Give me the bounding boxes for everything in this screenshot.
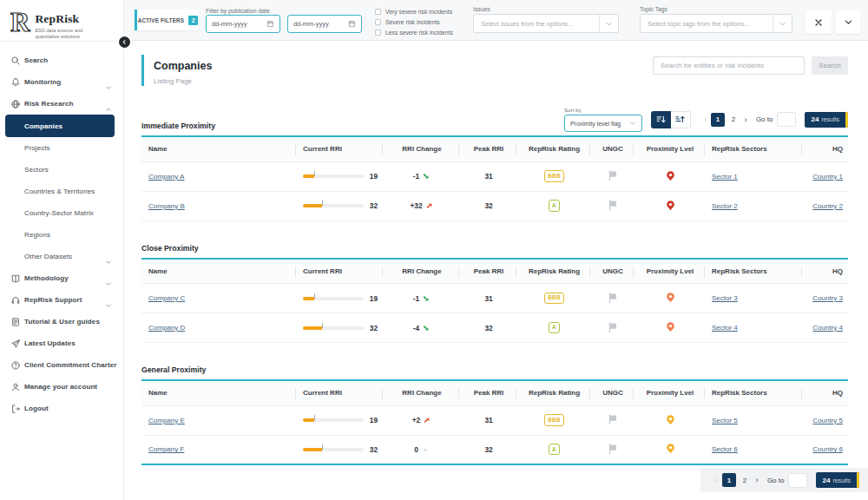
country-link[interactable]: Country 1 xyxy=(812,173,843,181)
col-name[interactable]: Name xyxy=(141,380,296,405)
collapse-filters-button[interactable] xyxy=(836,10,860,34)
sort-by-label: Sort by xyxy=(564,107,642,113)
country-link[interactable]: Country 2 xyxy=(812,202,843,210)
col-rri-change[interactable]: RRI Change xyxy=(383,259,459,284)
info-icon xyxy=(10,359,21,371)
next-page-button[interactable]: › xyxy=(753,476,761,484)
col-hq[interactable]: HQ xyxy=(802,259,848,284)
user-icon xyxy=(10,381,21,392)
severity-option-very-severe[interactable]: Very severe risk incidents xyxy=(375,7,453,16)
goto-page-input[interactable] xyxy=(788,473,807,488)
col-ungc[interactable]: UNGC xyxy=(590,380,634,405)
sidebar-item-search[interactable]: Search xyxy=(0,49,123,71)
col-current-rri[interactable]: Current RRI xyxy=(296,136,383,161)
col-hq[interactable]: HQ xyxy=(802,136,848,161)
ungc-flag-icon xyxy=(607,199,619,211)
page-1-button[interactable]: 1 xyxy=(722,473,736,487)
sidebar-item-methodology[interactable]: Methodology xyxy=(0,267,123,289)
clear-filters-button[interactable] xyxy=(806,10,832,34)
col-proximity-level[interactable]: Proximity Lvel xyxy=(634,259,705,284)
next-page-button[interactable]: › xyxy=(741,115,750,124)
issues-select[interactable]: Select issues from the options... xyxy=(473,14,619,33)
sidebar-item-other-datasets[interactable]: Other Datasets xyxy=(0,246,123,267)
sector-link[interactable]: Sector 4 xyxy=(712,324,738,332)
sidebar-item-risk-research[interactable]: Risk Research xyxy=(0,93,123,115)
page-2-button[interactable]: 2 xyxy=(727,113,740,127)
prev-page-button[interactable]: ‹ xyxy=(713,476,721,484)
rri-bar xyxy=(303,297,364,300)
col-peak-rri[interactable]: Peak RRI xyxy=(459,380,516,405)
col-reprisk-sectors[interactable]: RepRisk Sectors xyxy=(705,259,802,284)
col-ungc[interactable]: UNGC xyxy=(590,259,634,284)
table-row: Company F 32 0 32 A Sector 6 Country 6 xyxy=(141,435,848,464)
sidebar-item-latest-updates[interactable]: Latest Updates xyxy=(0,332,123,354)
sidebar-item-projects[interactable]: Projects xyxy=(0,137,123,159)
company-link[interactable]: Company E xyxy=(148,417,185,424)
country-link[interactable]: Country 4 xyxy=(812,324,843,332)
col-current-rri[interactable]: Current RRI xyxy=(296,259,383,284)
company-link[interactable]: Company C xyxy=(148,294,185,302)
sector-link[interactable]: Sector 2 xyxy=(712,202,738,210)
col-rri-change[interactable]: RRI Change xyxy=(383,136,459,161)
col-reprisk-sectors[interactable]: RepRisk Sectors xyxy=(705,136,802,161)
entity-search-input[interactable]: Search for entities or risk incidents xyxy=(653,56,805,75)
date-to-input[interactable]: dd-mm-yyyy xyxy=(287,15,362,33)
checkbox xyxy=(375,9,381,15)
goto-page-input[interactable] xyxy=(777,112,796,127)
sidebar-item-logout[interactable]: Logout xyxy=(0,398,123,419)
col-proximity-level[interactable]: Proximity Lvel xyxy=(634,380,705,405)
company-link[interactable]: Company F xyxy=(148,445,184,453)
sector-link[interactable]: Sector 3 xyxy=(712,294,738,302)
sector-link[interactable]: Sector 6 xyxy=(712,445,738,453)
sidebar-item-monitoring[interactable]: Monitoring xyxy=(0,71,123,93)
col-rri-change[interactable]: RRI Change xyxy=(383,380,459,405)
close-proximity-table: Name Current RRI RRI Change Peak RRI Rep… xyxy=(141,258,848,344)
sidebar-item-manage-account[interactable]: Manage your account xyxy=(0,376,123,398)
severity-option-less-severe[interactable]: Less severe risk incidents xyxy=(375,28,453,37)
date-from-input[interactable]: dd-mm-yyyy xyxy=(206,15,280,33)
rri-bar xyxy=(303,448,364,451)
sidebar-item-tutorial-user-guides[interactable]: Tutorial & User guides xyxy=(0,311,123,332)
search-button[interactable]: Search xyxy=(812,56,848,75)
prev-page-button[interactable]: ‹ xyxy=(701,115,710,124)
country-link[interactable]: Country 6 xyxy=(812,445,843,453)
company-link[interactable]: Company B xyxy=(148,202,185,210)
sidebar-item-client-commitment-charter[interactable]: Client Commitment Charter xyxy=(0,354,123,376)
active-filters-indicator[interactable]: ACTIVE FILTERS 2 xyxy=(135,10,199,30)
col-reprisk-sectors[interactable]: RepRisk Sectors xyxy=(705,380,802,405)
col-current-rri[interactable]: Current RRI xyxy=(296,380,383,405)
sort-ascending-button[interactable] xyxy=(671,111,691,128)
sort-by-select[interactable]: Proximity level flag xyxy=(564,115,642,132)
topic-tags-select[interactable]: Select topic tags from the options... xyxy=(640,14,792,33)
sidebar-item-sectors[interactable]: Sectors xyxy=(0,159,123,181)
col-ungc[interactable]: UNGC xyxy=(590,136,634,161)
sidebar-item-country-sector-matrix[interactable]: Country-Sector Matrix xyxy=(0,202,123,224)
sector-link[interactable]: Sector 5 xyxy=(712,417,738,424)
col-hq[interactable]: HQ xyxy=(802,380,848,405)
sort-descending-button[interactable] xyxy=(651,111,671,128)
sidebar-item-companies[interactable]: Companies xyxy=(5,115,115,137)
company-link[interactable]: Company A xyxy=(148,173,184,181)
sidebar-collapse-button[interactable] xyxy=(116,34,132,49)
country-link[interactable]: Country 3 xyxy=(812,294,843,302)
col-peak-rri[interactable]: Peak RRI xyxy=(459,136,516,161)
col-name[interactable]: Name xyxy=(141,259,296,284)
col-reprisk-rating[interactable]: RepRisk Rating xyxy=(516,380,590,405)
country-link[interactable]: Country 5 xyxy=(812,417,843,424)
page-2-button[interactable]: 2 xyxy=(738,473,752,487)
page-1-button[interactable]: 1 xyxy=(711,113,725,127)
col-reprisk-rating[interactable]: RepRisk Rating xyxy=(516,136,590,161)
calendar-icon xyxy=(348,20,356,28)
sidebar-item-reprisk-support[interactable]: RepRisk Support xyxy=(0,289,123,311)
sidebar-item-regions[interactable]: Regions xyxy=(0,224,123,246)
sector-link[interactable]: Sector 1 xyxy=(712,173,738,181)
reprisk-logo[interactable]: R RepRisk ESG data science andquantitati… xyxy=(0,0,123,40)
col-reprisk-rating[interactable]: RepRisk Rating xyxy=(516,259,590,284)
col-peak-rri[interactable]: Peak RRI xyxy=(459,259,516,284)
pagination-top: ‹ 1 2 › Go to 24 results xyxy=(701,112,848,128)
col-name[interactable]: Name xyxy=(141,136,296,161)
company-link[interactable]: Company D xyxy=(148,324,185,332)
severity-option-severe[interactable]: Severe risk incidents xyxy=(375,17,453,27)
sidebar-item-countries-territories[interactable]: Countries & Territories xyxy=(0,181,123,202)
col-proximity-level[interactable]: Proximity Lvel xyxy=(634,136,705,161)
